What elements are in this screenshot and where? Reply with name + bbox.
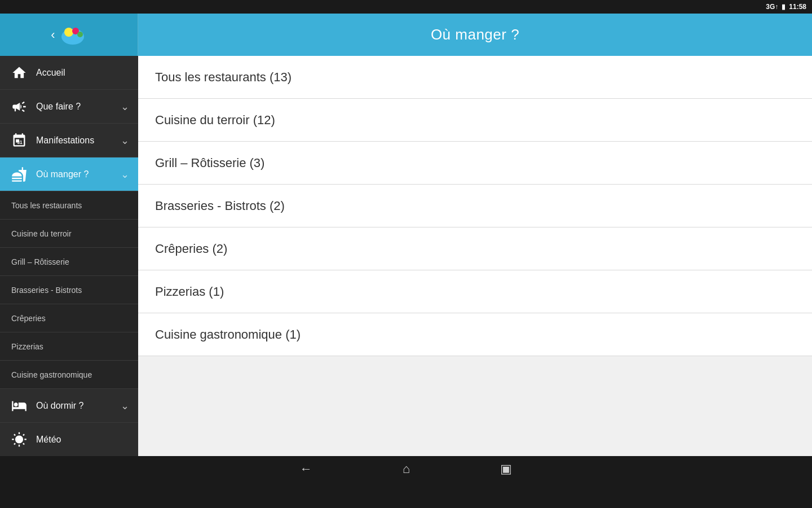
home-nav-button[interactable]: ⌂	[403, 462, 410, 476]
time-display: 11:58	[789, 3, 806, 11]
recent-nav-button[interactable]: ▣	[500, 462, 512, 476]
svg-point-1	[64, 28, 73, 37]
sidebar-subitem-grill-rotisserie[interactable]: Grill – Rôtisserie	[0, 248, 138, 276]
sidebar-subitem-cuisine-gastronomique[interactable]: Cuisine gastronomique	[0, 361, 138, 389]
status-bar: 3G↑ ▮ 11:58	[0, 0, 812, 14]
tous-restaurants-content-label: Tous les restaurants (13)	[155, 70, 292, 85]
content-item-creperies[interactable]: Crêperies (2)	[138, 227, 812, 270]
home-icon	[9, 63, 29, 83]
svg-text:31: 31	[17, 139, 23, 144]
accueil-label: Accueil	[36, 68, 129, 78]
sidebar-item-manifestations[interactable]: 31 Manifestations ⌄	[0, 124, 138, 157]
pizzerias-sub-label: Pizzerias	[11, 342, 43, 351]
weather-icon	[9, 430, 29, 450]
cuisine-gastronomique-content-label: Cuisine gastronomique (1)	[155, 327, 301, 342]
content-item-pizzerias[interactable]: Pizzerias (1)	[138, 270, 812, 313]
app-container: ‹ Où manger ? Accueil	[0, 14, 812, 482]
grill-rotisserie-content-label: Grill – Rôtisserie (3)	[155, 156, 264, 170]
grill-rotisserie-sub-label: Grill – Rôtisserie	[11, 257, 69, 266]
back-nav-button[interactable]: ←	[300, 462, 312, 476]
sidebar: Accueil Que faire ? ⌄ 31	[0, 56, 138, 456]
ou-manger-label: Où manger ?	[36, 169, 121, 179]
meteo-label: Météo	[36, 435, 129, 445]
ou-dormir-chevron-icon: ⌄	[121, 400, 129, 412]
sidebar-subitem-pizzerias[interactable]: Pizzerias	[0, 332, 138, 361]
manifestations-label: Manifestations	[36, 135, 121, 146]
sidebar-item-accueil[interactable]: Accueil	[0, 56, 138, 90]
tous-restaurants-sub-label: Tous les restaurants	[11, 201, 82, 210]
main-area: Accueil Que faire ? ⌄ 31	[0, 56, 812, 456]
content-item-tous-restaurants[interactable]: Tous les restaurants (13)	[138, 56, 812, 99]
svg-point-3	[77, 32, 83, 37]
back-button[interactable]: ‹	[0, 14, 138, 56]
que-faire-chevron-icon: ⌄	[121, 100, 129, 113]
ou-dormir-label: Où dormir ?	[36, 401, 121, 411]
sidebar-subitem-cuisine-terroir[interactable]: Cuisine du terroir	[0, 220, 138, 248]
sidebar-item-que-faire[interactable]: Que faire ? ⌄	[0, 90, 138, 124]
content-item-cuisine-gastronomique[interactable]: Cuisine gastronomique (1)	[138, 313, 812, 356]
ou-manger-chevron-icon: ⌄	[121, 168, 129, 181]
content-item-grill-rotisserie[interactable]: Grill – Rôtisserie (3)	[138, 142, 812, 185]
creperies-sub-label: Crêperies	[11, 314, 46, 323]
brasseries-bistrots-content-label: Brasseries - Bistrots (2)	[155, 199, 285, 213]
sidebar-item-ou-dormir[interactable]: Où dormir ? ⌄	[0, 389, 138, 423]
content-item-cuisine-terroir[interactable]: Cuisine du terroir (12)	[138, 99, 812, 142]
sidebar-subitem-tous-restaurants[interactable]: Tous les restaurants	[0, 191, 138, 220]
signal-indicator: 3G↑	[766, 3, 778, 11]
sidebar-item-meteo[interactable]: Météo	[0, 423, 138, 456]
manifestations-chevron-icon: ⌄	[121, 134, 129, 147]
sidebar-subitem-creperies[interactable]: Crêperies	[0, 304, 138, 332]
sidebar-item-ou-manger[interactable]: Où manger ? ⌄	[0, 157, 138, 191]
content-item-brasseries-bistrots[interactable]: Brasseries - Bistrots (2)	[138, 185, 812, 227]
bed-icon	[9, 396, 29, 416]
back-chevron-icon: ‹	[51, 28, 55, 42]
bottom-nav-bar: ← ⌂ ▣	[0, 456, 812, 482]
cuisine-terroir-sub-label: Cuisine du terroir	[11, 229, 72, 238]
header-title-area: Où manger ?	[138, 26, 812, 43]
que-faire-label: Que faire ?	[36, 102, 121, 112]
brasseries-bistrots-sub-label: Brasseries - Bistrots	[11, 286, 82, 295]
page-title: Où manger ?	[431, 26, 519, 43]
cutlery-icon	[9, 164, 29, 185]
content-area: Tous les restaurants (13) Cuisine du ter…	[138, 56, 812, 456]
cuisine-terroir-content-label: Cuisine du terroir (12)	[155, 113, 275, 128]
pizzerias-content-label: Pizzerias (1)	[155, 284, 224, 299]
megaphone-icon	[9, 97, 29, 117]
cuisine-gastronomique-sub-label: Cuisine gastronomique	[11, 370, 92, 379]
battery-indicator: ▮	[782, 3, 785, 11]
calendar-icon: 31	[9, 130, 29, 151]
tour-logo	[59, 21, 87, 49]
header-bar: ‹ Où manger ?	[0, 14, 812, 56]
sidebar-subitem-brasseries-bistrots[interactable]: Brasseries - Bistrots	[0, 276, 138, 304]
creperies-content-label: Crêperies (2)	[155, 242, 227, 256]
